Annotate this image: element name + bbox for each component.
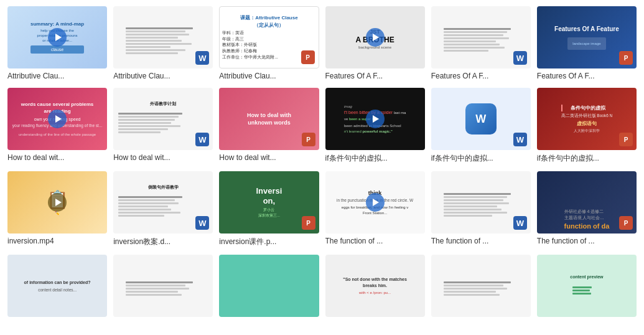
item-label: if条件句中的虚拟... — [431, 153, 531, 164]
badge-w: W — [513, 133, 527, 146]
thumbnail: How to deal withunknown words P — [219, 88, 319, 150]
badge-w: W — [513, 216, 527, 230]
thumbnail: 外研社必修 4 选修二主题语境 人与社会... function of da P — [537, 171, 637, 234]
thumbnail: 条件句中的虚拟 高二英语外研社版 Book6 N 虚拟语句 人大附中深圳学 P — [537, 88, 637, 150]
badge-p: P — [302, 133, 315, 146]
badge-w: W — [513, 51, 527, 65]
thumbnail: summary: A mind-map help you choose thep… — [7, 6, 107, 68]
item-label: How to deal wit... — [113, 153, 213, 162]
badge-p: P — [301, 50, 315, 64]
item-label: How to deal wit... — [7, 153, 107, 162]
list-item[interactable]: 📋 ✏️ inversion.mp4 — [7, 171, 107, 247]
thumbnail — [431, 255, 531, 317]
thumbnail: W — [431, 171, 531, 234]
badge-w: W — [195, 51, 209, 65]
list-item[interactable]: How to deal withunknown words P How to d… — [219, 88, 319, 164]
item-label: The function of ... — [325, 237, 425, 245]
list-item[interactable]: W Features Of A F... — [431, 6, 531, 80]
list-item[interactable]: think in the punctuation mark in the red… — [325, 171, 425, 247]
thumbnail: W — [113, 6, 213, 68]
list-item[interactable]: 课题：Attributive Clause（定从从句） 学科：英语 年级：高三 … — [219, 6, 319, 80]
list-item[interactable]: W W if条件句中的虚拟... — [431, 88, 531, 164]
badge-p: P — [302, 216, 315, 230]
thumbnail: W W — [431, 88, 531, 150]
item-label: inversion课件.p... — [219, 237, 319, 247]
item-label: How to deal wit... — [219, 153, 319, 162]
list-item[interactable]: 外研社必修 4 选修二主题语境 人与社会... function of da P… — [537, 171, 637, 247]
item-label: Features Of A F... — [325, 72, 425, 80]
thumbnail: 外语教学计划 W — [113, 88, 213, 150]
thumbnail: W — [431, 6, 531, 68]
list-item[interactable]: 倒装句外语教学 W inversion教案.d... — [113, 171, 213, 247]
thumbnail: 📋 ✏️ — [7, 171, 107, 234]
list-item[interactable] — [431, 255, 531, 320]
list-item[interactable]: imag t't been bitten by a spider last ma… — [325, 88, 425, 164]
play-button[interactable] — [366, 110, 385, 128]
list-item[interactable]: "So not done with the matchesbreaks him.… — [325, 255, 425, 320]
thumbnail: content preview — [537, 255, 637, 317]
thumbnail: Inversion, 罗小云深圳市第三... P — [219, 171, 319, 234]
list-item[interactable]: Features Of A Feature landscape image P … — [537, 6, 637, 80]
badge-p: P — [619, 51, 633, 65]
play-button[interactable] — [48, 110, 67, 128]
item-label: The function of ... — [431, 237, 531, 245]
item-label: if条件句中的虚拟... — [537, 153, 637, 164]
thumbnail — [113, 255, 213, 317]
item-label: if条件句中的虚拟... — [325, 153, 425, 164]
thumbnail: of information can be provided? content … — [7, 255, 107, 317]
list-item[interactable]: 外语教学计划 W How to deal wit... — [113, 88, 213, 164]
thumbnail: JST A BROTHE background scene — [325, 6, 425, 68]
thumbnail: imag t't been bitten by a spider last ma… — [325, 88, 425, 150]
list-item[interactable] — [219, 255, 319, 320]
item-label: Features Of A F... — [431, 72, 531, 80]
list-item[interactable]: W The function of ... — [431, 171, 531, 247]
list-item[interactable]: JST A BROTHE background scene Features O… — [325, 6, 425, 80]
list-item[interactable]: W Attributive Clau... — [113, 6, 213, 80]
thumbnail: "So not done with the matchesbreaks him.… — [325, 255, 425, 317]
badge-w: W — [195, 133, 209, 146]
play-button[interactable] — [48, 193, 67, 212]
item-label: inversion.mp4 — [7, 237, 107, 245]
list-item[interactable] — [113, 255, 213, 320]
badge-p: P — [619, 133, 633, 146]
item-label: Features Of A F... — [537, 72, 637, 80]
item-label: Attributive Clau... — [113, 72, 213, 80]
play-button[interactable] — [366, 28, 385, 47]
thumbnail: words cause several problemsare reading … — [7, 88, 107, 150]
list-item[interactable]: Inversion, 罗小云深圳市第三... P inversion课件.p..… — [219, 171, 319, 247]
badge-w: W — [195, 216, 209, 230]
badge-p: P — [619, 216, 633, 230]
list-item[interactable]: summary: A mind-map help you choose thep… — [7, 6, 107, 80]
item-label: Attributive Clau... — [219, 72, 319, 80]
play-button[interactable] — [48, 28, 67, 47]
thumbnail: think in the punctuation mark in the red… — [325, 171, 425, 234]
thumbnail — [219, 255, 319, 317]
file-grid: summary: A mind-map help you choose thep… — [0, 0, 644, 326]
thumbnail: 倒装句外语教学 W — [113, 171, 213, 234]
list-item[interactable]: of information can be provided? content … — [7, 255, 107, 320]
play-button[interactable] — [366, 193, 385, 212]
list-item[interactable]: content preview — [537, 255, 637, 320]
thumbnail: 课题：Attributive Clause（定从从句） 学科：英语 年级：高三 … — [219, 6, 319, 68]
thumbnail: Features Of A Feature landscape image P — [537, 6, 637, 68]
list-item[interactable]: 条件句中的虚拟 高二英语外研社版 Book6 N 虚拟语句 人大附中深圳学 P … — [537, 88, 637, 164]
item-label: Attributive Clau... — [7, 72, 107, 80]
item-label: inversion教案.d... — [113, 237, 213, 247]
list-item[interactable]: words cause several problemsare reading … — [7, 88, 107, 164]
item-label: The function of ... — [537, 237, 637, 245]
